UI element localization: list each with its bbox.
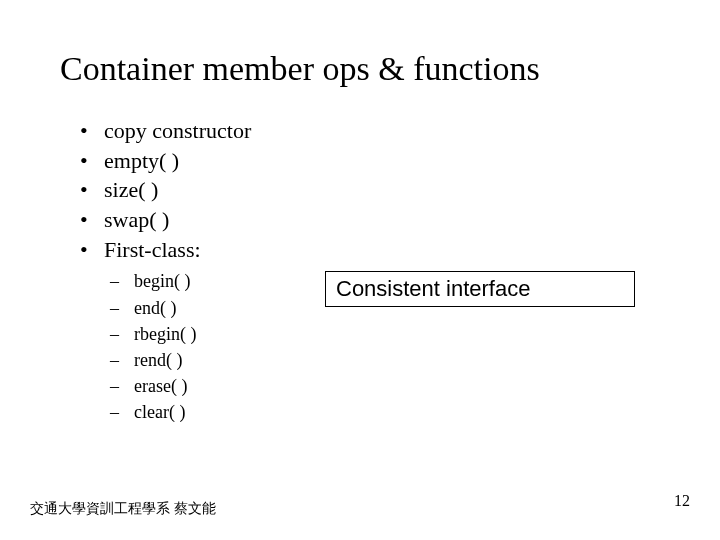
content-area: copy constructor empty( ) size( ) swap( … [60,116,660,425]
sub-item: erase( ) [110,373,660,399]
slide: Container member ops & functions copy co… [0,0,720,540]
callout-box: Consistent interface [325,271,635,307]
bullet-item: swap( ) [80,205,660,235]
footer-credit: 交通大學資訓工程學系 蔡文能 [30,500,216,518]
sub-item: clear( ) [110,399,660,425]
bullet-item: copy constructor [80,116,660,146]
sub-item: rend( ) [110,347,660,373]
bullet-item: empty( ) [80,146,660,176]
bullet-item: First-class: [80,235,660,265]
page-number: 12 [674,492,690,510]
bullet-item: size( ) [80,175,660,205]
bullet-list: copy constructor empty( ) size( ) swap( … [60,116,660,264]
page-title: Container member ops & functions [60,50,660,88]
sub-item: rbegin( ) [110,321,660,347]
